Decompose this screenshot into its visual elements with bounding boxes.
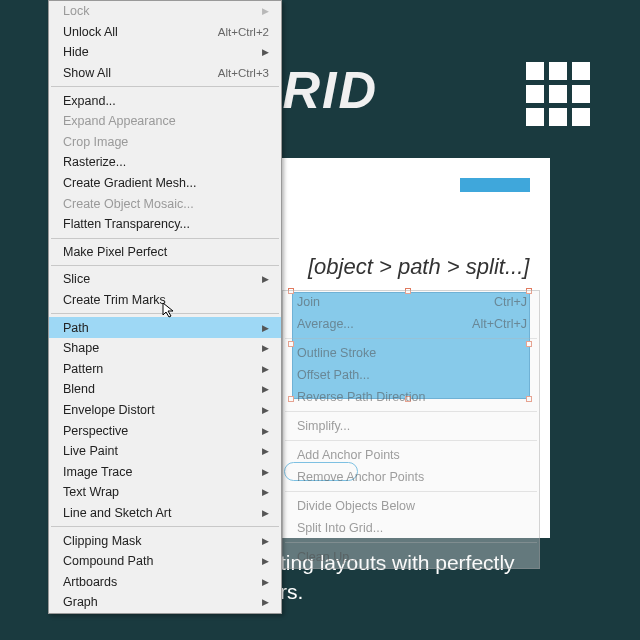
menu-item-object-mosaic[interactable]: Create Object Mosaic... [49,193,281,214]
menu-item-gradient-mesh[interactable]: Create Gradient Mesh... [49,173,281,194]
selection-handle[interactable] [288,341,294,347]
menu-item-pattern[interactable]: Pattern▶ [49,359,281,380]
menu-item-clipping-mask[interactable]: Clipping Mask▶ [49,530,281,551]
menu-item-live-paint[interactable]: Live Paint▶ [49,441,281,462]
menu-item-text-wrap[interactable]: Text Wrap▶ [49,482,281,503]
chevron-right-icon: ▶ [262,426,269,436]
rounded-button-outline [284,462,358,481]
menu-item-expand-appearance[interactable]: Expand Appearance [49,111,281,132]
menu-item-graph[interactable]: Graph▶ [49,592,281,613]
selected-rectangle[interactable] [292,292,530,399]
chevron-right-icon: ▶ [262,508,269,518]
selection-handle[interactable] [526,288,532,294]
chevron-right-icon: ▶ [262,487,269,497]
menu-item-show-all[interactable]: Show AllAlt+Ctrl+3 [49,63,281,84]
chevron-right-icon: ▶ [262,597,269,607]
breadcrumb-hint: [object > path > split...] [308,254,529,280]
object-menu: Lock▶ Unlock AllAlt+Ctrl+2 Hide▶ Show Al… [48,0,282,614]
selection-handle[interactable] [405,288,411,294]
chevron-right-icon: ▶ [262,364,269,374]
menu-item-flatten-transparency[interactable]: Flatten Transparency... [49,214,281,235]
grid-icon [526,62,590,126]
menu-item-trim-marks[interactable]: Create Trim Marks [49,290,281,311]
selection-handle[interactable] [288,288,294,294]
menu-item-crop-image[interactable]: Crop Image [49,132,281,153]
chevron-right-icon: ▶ [262,384,269,394]
chevron-right-icon: ▶ [262,556,269,566]
menu-item-perspective[interactable]: Perspective▶ [49,420,281,441]
chevron-right-icon: ▶ [262,47,269,57]
menu-item-artboards[interactable]: Artboards▶ [49,571,281,592]
menu-item-line-sketch[interactable]: Line and Sketch Art▶ [49,503,281,524]
chevron-right-icon: ▶ [262,343,269,353]
menu-item-shape[interactable]: Shape▶ [49,338,281,359]
menu-item-expand[interactable]: Expand... [49,90,281,111]
menu-item-unlock-all[interactable]: Unlock AllAlt+Ctrl+2 [49,22,281,43]
chevron-right-icon: ▶ [262,467,269,477]
chevron-right-icon: ▶ [262,274,269,284]
menu-item-rasterize[interactable]: Rasterize... [49,152,281,173]
menu-item-image-trace[interactable]: Image Trace▶ [49,461,281,482]
selection-handle[interactable] [526,341,532,347]
chevron-right-icon: ▶ [262,323,269,333]
selection-handle[interactable] [526,396,532,402]
menu-item-path[interactable]: Path▶ [49,317,281,338]
menu-item-pixel-perfect[interactable]: Make Pixel Perfect [49,242,281,263]
chevron-right-icon: ▶ [262,446,269,456]
selection-handle[interactable] [405,396,411,402]
chevron-right-icon: ▶ [262,405,269,415]
menu-item-lock[interactable]: Lock▶ [49,1,281,22]
menu-item-slice[interactable]: Slice▶ [49,269,281,290]
selection-handle[interactable] [288,396,294,402]
chevron-right-icon: ▶ [262,577,269,587]
chevron-right-icon: ▶ [262,6,269,16]
menu-item-hide[interactable]: Hide▶ [49,42,281,63]
menu-item-compound-path[interactable]: Compound Path▶ [49,551,281,572]
menu-item-envelope-distort[interactable]: Envelope Distort▶ [49,400,281,421]
tab-highlight [460,178,530,192]
menu-item-blend[interactable]: Blend▶ [49,379,281,400]
caption-text: ting layouts with perfectly rs. [280,548,515,607]
chevron-right-icon: ▶ [262,536,269,546]
